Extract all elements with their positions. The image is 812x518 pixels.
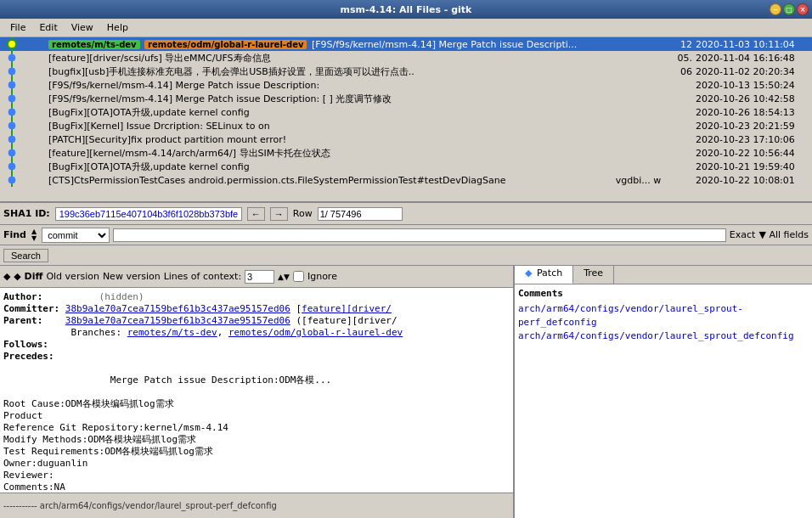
find-area: Find ▲ ▼ commit containing Exact ▼ All f… — [0, 225, 812, 245]
tab-tree[interactable]: Tree — [573, 266, 614, 284]
desc-col: [feature][driver/scsi/ufs] 导出eMMC/UFS寿命信… — [48, 52, 606, 65]
date-col: 2020-10-23 17:10:06 — [696, 134, 810, 145]
svg-point-11 — [8, 109, 15, 115]
desc-col: remotes/m/ts-dev remotes/odm/global-r-la… — [48, 39, 606, 50]
diff-merge-msg: Merge Patch issue Description:ODM各模... — [3, 374, 510, 386]
graph-col — [2, 51, 48, 65]
diff-bottom-text: ----------- arch/arm64/configs/vendor/la… — [3, 501, 277, 510]
date-col: 2020-11-02 20:20:34 — [696, 66, 810, 77]
commit-row[interactable]: [F9S/f9s/kernel/msm-4.14] Merge Patch is… — [0, 78, 812, 92]
ignore-label: Ignore — [307, 271, 337, 282]
date-col: 2020-10-22 10:08:01 — [696, 175, 810, 186]
commit-desc: [F9S/f9s/kernel/msm-4.14] Merge Patch is… — [312, 39, 577, 50]
lower-area: ◆ ◆ Diff Old version New version Lines o… — [0, 266, 812, 518]
commit-row[interactable]: remotes/m/ts-dev remotes/odm/global-r-la… — [0, 37, 812, 51]
title-bar: msm-4.14: All Files - gitk − □ × — [0, 0, 812, 19]
diff-product: Product — [3, 410, 510, 422]
diff-root-cause: Root Cause:ODM各模块编码抓log需求 — [3, 398, 510, 410]
date-col: 2020-10-26 18:54:13 — [696, 107, 810, 118]
desc-col: [F9S/f9s/kernel/msm-4.14] Merge Patch is… — [48, 80, 606, 91]
branch-label-laurel: remotes/odm/global-r-laurel-dev — [144, 40, 307, 49]
desc-col: [BugFix][OTA]OTA升级,update kernel config — [48, 106, 606, 119]
commit-row[interactable]: [feature][kernel/msm-4.14/arch/arm64/] 导… — [0, 146, 812, 160]
graph-col — [2, 146, 48, 160]
graph-col — [2, 78, 48, 92]
graph-col — [2, 160, 48, 173]
context-label: Lines of context: — [164, 271, 241, 282]
find-type-select[interactable]: commit containing — [42, 228, 110, 243]
svg-point-21 — [8, 177, 15, 183]
sha-prev-button[interactable]: ← — [247, 207, 265, 221]
commit-row[interactable]: [BugFix][OTA]OTA升级,update kernel config … — [0, 105, 812, 119]
date-col: 2020-10-26 10:42:58 — [696, 93, 810, 104]
sha-next-button[interactable]: → — [270, 207, 288, 221]
minimize-button[interactable]: − — [770, 3, 781, 15]
desc-col: [PATCH][Security]fix product partition m… — [48, 134, 606, 145]
graph-col — [2, 65, 48, 78]
diff-owner: Owner:duguanlin — [3, 458, 510, 470]
diff-ref-git: Reference Git Repository:kernel/msm-4.14 — [3, 422, 510, 434]
desc-col: [CTS]CtsPermissionTestCases android.perm… — [48, 175, 606, 186]
find-input[interactable] — [113, 228, 726, 242]
row-label: Row — [293, 208, 313, 219]
menu-edit[interactable]: Edit — [32, 20, 64, 35]
commit-row[interactable]: [CTS]CtsPermissionTestCases android.perm… — [0, 173, 812, 187]
date-col: 2020-10-13 15:50:24 — [696, 80, 810, 91]
find-down-arrow[interactable]: ▼ — [31, 235, 37, 242]
graph-col — [2, 119, 48, 132]
diff-test-req: Test Requirements:ODM各模块端码抓log需求 — [3, 446, 510, 458]
tab-patch[interactable]: ◆ Patch — [515, 266, 573, 284]
search-button[interactable]: Search — [3, 249, 48, 262]
context-spinner[interactable]: ▲▼ — [278, 273, 290, 281]
diff-content: Author: (hidden) Committer: 38b9a1e70a7c… — [0, 288, 513, 493]
svg-point-9 — [8, 95, 15, 102]
desc-col: [BugFix][OTA]OTA升级,update kernel config — [48, 160, 606, 173]
diff-toolbar: ◆ ◆ Diff Old version New version Lines o… — [0, 266, 513, 288]
context-input[interactable] — [245, 270, 274, 284]
date-col: 2020-10-21 19:59:40 — [696, 161, 810, 172]
commit-list-area: remotes/m/ts-dev remotes/odm/global-r-la… — [0, 37, 812, 203]
find-label: Find — [3, 229, 26, 240]
desc-col: [feature][kernel/msm-4.14/arch/arm64/] 导… — [48, 147, 606, 160]
commit-row[interactable]: [feature][driver/scsi/ufs] 导出eMMC/UFS寿命信… — [0, 51, 812, 65]
date-col: 2020-10-22 10:56:44 — [696, 148, 810, 159]
patch-file-2[interactable]: arch/arm64/configs/vendor/laurel_sprout_… — [518, 329, 809, 343]
commit-list-scroll[interactable]: remotes/m/ts-dev remotes/odm/global-r-la… — [0, 37, 812, 201]
commit-row[interactable]: [PATCH][Security]fix product partition m… — [0, 132, 812, 146]
diff-follows-line: Follows: — [3, 339, 510, 351]
diff-comments: Comments:NA — [3, 481, 510, 493]
close-button[interactable]: × — [797, 3, 809, 15]
diff-precedes-line: Precedes: — [3, 351, 510, 363]
menu-file[interactable]: File — [3, 20, 32, 35]
sha-label: SHA1 ID: — [3, 208, 50, 219]
date-col: 2020-11-04 16:16:48 — [696, 53, 810, 64]
patch-content: Comments arch/arm64/configs/vendor/laure… — [515, 284, 812, 518]
patch-file-1[interactable]: arch/arm64/configs/vendor/laurel_sprout-… — [518, 302, 809, 329]
svg-point-1 — [8, 40, 16, 48]
sha-area: SHA1 ID: ← → Row — [0, 203, 812, 225]
main-content: remotes/m/ts-dev remotes/odm/global-r-la… — [0, 37, 812, 518]
commit-row[interactable]: [BugFix][OTA]OTA升级,update kernel config … — [0, 160, 812, 173]
desc-col: [F9S/f9s/kernel/msm-4.14] Merge Patch is… — [48, 93, 606, 105]
svg-point-15 — [8, 136, 15, 143]
find-exact-label: Exact — [730, 229, 756, 240]
old-version-label: Old version — [46, 271, 99, 282]
menu-help[interactable]: Help — [100, 20, 135, 35]
window-title: msm-4.14: All Files - gitk — [341, 4, 472, 15]
ignore-checkbox[interactable] — [293, 271, 304, 282]
row-input[interactable] — [318, 207, 403, 221]
commit-row[interactable]: [bugfix][usb]手机连接标准充电器，手机会弹出USB插好设置，里面选项… — [0, 65, 812, 78]
menu-view[interactable]: View — [65, 20, 100, 35]
patch-panel: ◆ Patch Tree Comments arch/arm64/configs… — [515, 266, 812, 518]
graph-col — [2, 37, 48, 51]
maximize-button[interactable]: □ — [783, 3, 795, 15]
graph-col — [2, 105, 48, 119]
window-controls: − □ × — [770, 3, 809, 15]
desc-col: [BugFix][Kernel] Issue Drcription: SELin… — [48, 121, 606, 132]
diff-parent-line: Parent: 38b9a1e70a7cea7159bef61b3c437ae9… — [3, 315, 510, 339]
commit-row[interactable]: [F9S/f9s/kernel/msm-4.14] Merge Patch is… — [0, 92, 812, 105]
diff-reviewer: Reviewer: — [3, 470, 510, 481]
sha-input[interactable] — [55, 207, 242, 221]
commit-row[interactable]: [BugFix][Kernel] Issue Drcription: SELin… — [0, 119, 812, 132]
date-col: 2020-11-03 10:11:04 — [696, 39, 810, 50]
